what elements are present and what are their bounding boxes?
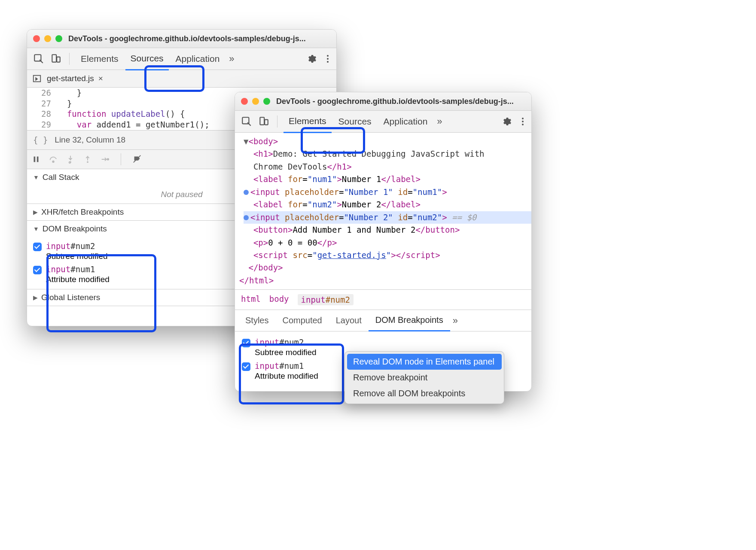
minimize-dot-icon[interactable]	[252, 98, 259, 105]
step-over-icon[interactable]	[49, 155, 58, 164]
subtab-computed[interactable]: Computed	[275, 310, 329, 331]
panel-tabs: Elements Sources Application »	[284, 110, 494, 133]
window-title: DevTools - googlechrome.github.io/devtoo…	[276, 97, 514, 106]
zoom-dot-icon[interactable]	[263, 98, 270, 105]
file-tab-bar: get-started.js×	[27, 70, 336, 88]
svg-rect-5	[37, 156, 39, 162]
traffic-lights[interactable]	[241, 98, 270, 105]
close-tab-icon[interactable]: ×	[98, 74, 103, 83]
more-subtabs-icon[interactable]: »	[450, 315, 460, 326]
svg-rect-12	[260, 117, 264, 125]
svg-rect-2	[57, 57, 60, 62]
inspect-icon[interactable]	[241, 116, 252, 127]
sidebar-tabs: Styles Computed Layout DOM Breakpoints »	[235, 310, 531, 331]
main-toolbar: Elements Sources Application »	[27, 48, 336, 70]
tab-sources[interactable]: Sources	[333, 111, 377, 132]
navigator-toggle-icon[interactable]	[32, 74, 42, 83]
step-into-icon[interactable]	[66, 155, 75, 164]
tab-sources[interactable]: Sources	[125, 48, 169, 70]
file-tab-label: get-started.js	[47, 74, 94, 83]
close-dot-icon[interactable]	[241, 98, 248, 105]
kebab-menu-icon[interactable]	[323, 55, 332, 63]
settings-icon[interactable]	[306, 54, 317, 64]
inspect-icon[interactable]	[33, 53, 44, 64]
titlebar[interactable]: DevTools - googlechrome.github.io/devtoo…	[235, 92, 531, 111]
checkbox-icon[interactable]	[33, 266, 42, 274]
traffic-lights[interactable]	[33, 35, 62, 42]
tab-elements[interactable]: Elements	[76, 48, 124, 70]
crumb-input[interactable]: input#num2	[298, 294, 354, 305]
svg-rect-4	[34, 156, 36, 162]
window-title: DevTools - googlechrome.github.io/devtoo…	[68, 34, 306, 43]
minimize-dot-icon[interactable]	[44, 35, 51, 42]
step-out-icon[interactable]	[83, 155, 92, 164]
subtab-layout[interactable]: Layout	[329, 310, 369, 331]
main-toolbar: Elements Sources Application »	[235, 111, 531, 133]
context-menu[interactable]: Reveal DOM node in Elements panel Remove…	[344, 351, 504, 404]
pretty-print-icon[interactable]: { }	[33, 135, 48, 145]
ctx-reveal-node[interactable]: Reveal DOM node in Elements panel	[347, 354, 502, 370]
devtools-window-elements: DevTools - googlechrome.github.io/devtoo…	[235, 92, 532, 392]
svg-rect-1	[52, 55, 56, 62]
titlebar[interactable]: DevTools - googlechrome.github.io/devtoo…	[27, 30, 336, 48]
device-toggle-icon[interactable]	[50, 53, 61, 64]
pause-icon[interactable]	[31, 155, 41, 164]
settings-icon[interactable]	[501, 116, 512, 127]
close-dot-icon[interactable]	[33, 35, 40, 42]
more-tabs-icon[interactable]: »	[226, 53, 237, 64]
svg-point-8	[87, 161, 88, 163]
crumb-html[interactable]: html	[241, 294, 261, 305]
zoom-dot-icon[interactable]	[55, 35, 62, 42]
crumb-body[interactable]: body	[269, 294, 289, 305]
ctx-remove-all[interactable]: Remove all DOM breakpoints	[347, 386, 502, 401]
svg-point-7	[70, 161, 71, 163]
dom-tree[interactable]: ▼<body> <h1>Demo: Get Started Debugging …	[235, 133, 531, 289]
checkbox-icon[interactable]	[242, 362, 250, 371]
subtab-dom-breakpoints[interactable]: DOM Breakpoints	[369, 310, 450, 331]
step-icon[interactable]	[100, 155, 110, 164]
svg-rect-13	[265, 120, 268, 125]
svg-point-9	[107, 158, 109, 160]
checkbox-icon[interactable]	[33, 243, 42, 251]
device-toggle-icon[interactable]	[258, 116, 269, 127]
subtab-styles[interactable]: Styles	[238, 310, 275, 331]
file-tab[interactable]: get-started.js×	[47, 74, 103, 83]
separator	[69, 53, 70, 65]
tab-application[interactable]: Application	[378, 111, 433, 132]
tab-elements[interactable]: Elements	[284, 110, 332, 133]
checkbox-icon[interactable]	[242, 339, 250, 347]
deactivate-bp-icon[interactable]	[132, 155, 142, 164]
kebab-menu-icon[interactable]	[518, 118, 527, 125]
svg-point-6	[52, 161, 54, 162]
panel-tabs: Elements Sources Application »	[76, 48, 299, 70]
more-tabs-icon[interactable]: »	[434, 116, 445, 127]
cursor-position: Line 32, Column 18	[55, 135, 125, 145]
ctx-remove-bp[interactable]: Remove breakpoint	[347, 370, 502, 386]
breadcrumbs[interactable]: html body input#num2	[235, 289, 531, 310]
tab-application[interactable]: Application	[171, 48, 225, 70]
